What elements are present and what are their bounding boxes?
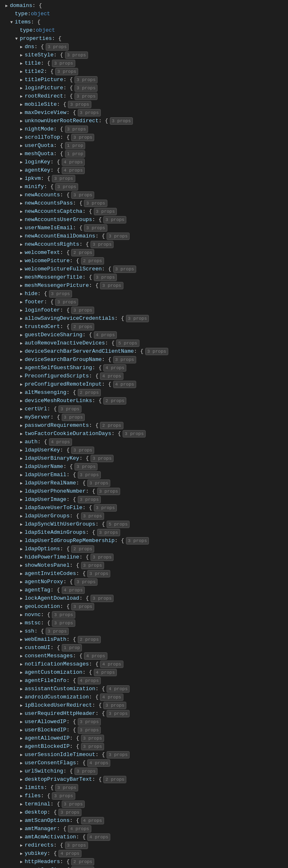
tree-line[interactable]: newAccountsRights : {3 props: [0, 240, 288, 249]
collapsed-arrow-icon[interactable]: [18, 241, 25, 248]
tree-line[interactable]: meshQuota : {1 prop: [0, 150, 288, 158]
tree-line[interactable]: notificationMessages : {4 props: [0, 660, 288, 668]
tree-line[interactable]: meshMessengerPicture : {3 props: [0, 282, 288, 290]
tree-line[interactable]: ldapUserIdGroupRepMembership : {3 props: [0, 537, 288, 545]
collapsed-arrow-icon[interactable]: [18, 463, 25, 470]
collapsed-arrow-icon[interactable]: [18, 109, 25, 116]
collapsed-arrow-icon[interactable]: [18, 101, 25, 108]
tree-line[interactable]: ldapUserPhoneNumber : {3 props: [0, 487, 288, 496]
collapsed-arrow-icon[interactable]: [18, 323, 25, 330]
collapsed-arrow-icon[interactable]: [18, 142, 25, 149]
collapsed-arrow-icon[interactable]: [18, 60, 25, 67]
tree-line[interactable]: loginKey : {4 props: [0, 158, 288, 166]
tree-line[interactable]: myServer : {3 props: [0, 413, 288, 421]
tree-line[interactable]: welcomePictureFullScreen : {3 props: [0, 265, 288, 273]
tree-line[interactable]: nightMode : {3 props: [0, 125, 288, 133]
tree-line[interactable]: titlePicture : {3 props: [0, 76, 288, 84]
collapsed-arrow-icon[interactable]: [18, 159, 25, 165]
tree-line[interactable]: androidCustomization : {4 props: [0, 693, 288, 701]
tree-line[interactable]: geoLocation : {3 props: [0, 603, 288, 611]
collapsed-arrow-icon[interactable]: [18, 332, 25, 338]
collapsed-arrow-icon[interactable]: [18, 521, 25, 528]
tree-line[interactable]: mobileSite : {3 props: [0, 100, 288, 109]
tree-line[interactable]: showNotesPanel : {3 props: [0, 561, 288, 570]
tree-line[interactable]: amtManager : {4 props: [0, 825, 288, 833]
tree-line[interactable]: lockAgentDownload : {3 props: [0, 594, 288, 603]
collapsed-arrow-icon[interactable]: [18, 200, 25, 207]
tree-line[interactable]: hidePowerTimeline : {3 props: [0, 553, 288, 561]
collapsed-arrow-icon[interactable]: [18, 216, 25, 223]
tree-line[interactable]: userBlockedIP : {3 props: [0, 726, 288, 734]
tree-line[interactable]: hide : {3 props: [0, 290, 288, 298]
tree-line[interactable]: amtScanOptions : {4 props: [0, 817, 288, 825]
tree-line[interactable]: newAccountsPass : {3 props: [0, 199, 288, 207]
tree-line[interactable]: deviceMeshRouterLinks : {2 props: [0, 397, 288, 405]
tree-line[interactable]: scrollToTop : {3 props: [0, 133, 288, 142]
collapsed-arrow-icon[interactable]: [18, 480, 25, 486]
collapsed-arrow-icon[interactable]: [18, 249, 25, 256]
collapsed-arrow-icon[interactable]: [18, 842, 25, 849]
collapsed-arrow-icon[interactable]: [18, 628, 25, 635]
tree-line[interactable]: agentFileInfo : {4 props: [0, 677, 288, 685]
collapsed-arrow-icon[interactable]: [18, 282, 25, 289]
tree-line[interactable]: properties : {: [0, 35, 288, 43]
expanded-arrow-icon[interactable]: [13, 35, 20, 42]
tree-line[interactable]: userQuota : {1 prop: [0, 142, 288, 150]
collapsed-arrow-icon[interactable]: [18, 554, 25, 561]
tree-line[interactable]: agentConfig : {5 props: [0, 866, 288, 868]
collapsed-arrow-icon[interactable]: [18, 686, 25, 692]
collapsed-arrow-icon[interactable]: [18, 422, 25, 429]
collapsed-arrow-icon[interactable]: [18, 603, 25, 610]
collapsed-arrow-icon[interactable]: [18, 266, 25, 272]
tree-line[interactable]: passwordRequirements : {2 props: [0, 421, 288, 430]
tree-line[interactable]: altMessenging : {2 props: [0, 389, 288, 397]
tree-line[interactable]: auth : {4 props: [0, 438, 288, 446]
tree-line[interactable]: certUrl : {3 props: [0, 405, 288, 413]
tree-line[interactable]: agentBlockedIP : {3 props: [0, 742, 288, 751]
collapsed-arrow-icon[interactable]: [18, 636, 25, 643]
tree-line[interactable]: ldapUserBinaryKey : {3 props: [0, 454, 288, 463]
collapsed-arrow-icon[interactable]: [18, 348, 25, 355]
tree-line[interactable]: userAllowedIP : {3 props: [0, 718, 288, 726]
collapsed-arrow-icon[interactable]: [18, 389, 25, 396]
tree-line[interactable]: ldapSaveUserToFile : {3 props: [0, 504, 288, 512]
collapsed-arrow-icon[interactable]: [18, 850, 25, 857]
tree-line[interactable]: agentKey : {4 props: [0, 166, 288, 175]
expanded-arrow-icon[interactable]: [8, 19, 15, 26]
tree-line[interactable]: deviceSearchBarServerAndClientName : {3 …: [0, 347, 288, 356]
tree-line[interactable]: dns : {3 props: [0, 43, 288, 51]
tree-line[interactable]: items : {: [0, 18, 288, 26]
collapsed-arrow-icon[interactable]: [18, 398, 25, 404]
collapsed-arrow-icon[interactable]: [18, 587, 25, 593]
collapsed-arrow-icon[interactable]: [18, 44, 25, 50]
tree-line[interactable]: agentTag : {4 props: [0, 586, 288, 594]
collapsed-arrow-icon[interactable]: [18, 274, 25, 281]
tree-line[interactable]: agentInviteCodes : {3 props: [0, 570, 288, 578]
collapsed-arrow-icon[interactable]: [18, 381, 25, 388]
tree-line[interactable]: type : object: [0, 26, 288, 35]
tree-line[interactable]: newAccountsUserGroups : {3 props: [0, 216, 288, 224]
tree-line[interactable]: files : {3 props: [0, 792, 288, 800]
collapsed-arrow-icon[interactable]: [18, 225, 25, 231]
collapsed-arrow-icon[interactable]: [18, 299, 25, 305]
tree-line[interactable]: ldapUserKey : {3 props: [0, 446, 288, 454]
tree-line[interactable]: autoRemoveInactiveDevices : {5 props: [0, 339, 288, 347]
collapsed-arrow-icon[interactable]: [18, 233, 25, 240]
tree-line[interactable]: agentCustomization : {4 props: [0, 668, 288, 677]
tree-line[interactable]: trustedCert : {2 props: [0, 323, 288, 331]
collapsed-arrow-icon[interactable]: [18, 439, 25, 445]
collapsed-arrow-icon[interactable]: [18, 768, 25, 775]
collapsed-arrow-icon[interactable]: [18, 455, 25, 462]
tree-line[interactable]: ldapSyncWithUserGroups : {5 props: [0, 520, 288, 528]
collapsed-arrow-icon[interactable]: [18, 719, 25, 725]
collapsed-arrow-icon[interactable]: [18, 834, 25, 840]
tree-line[interactable]: userConsentFlags : {4 props: [0, 759, 288, 767]
tree-line[interactable]: minify : {3 props: [0, 183, 288, 191]
collapsed-arrow-icon[interactable]: [18, 315, 25, 322]
tree-line[interactable]: assistantCustomization : {4 props: [0, 685, 288, 693]
collapsed-arrow-icon[interactable]: [18, 513, 25, 519]
collapsed-arrow-icon[interactable]: [18, 365, 25, 371]
tree-line[interactable]: httpHeaders : {2 props: [0, 858, 288, 866]
tree-line[interactable]: ipkvm : {3 props: [0, 175, 288, 183]
tree-line[interactable]: ldapUserGroups : {3 props: [0, 512, 288, 520]
